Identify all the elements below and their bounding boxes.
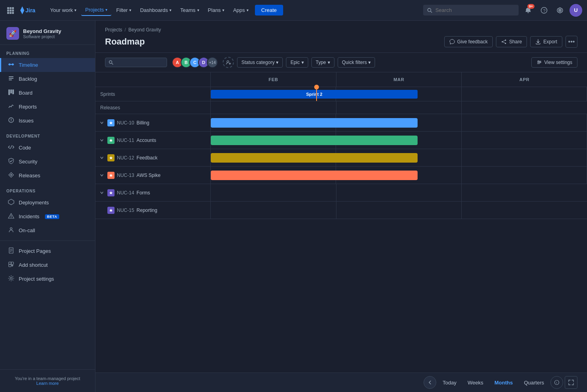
svg-point-44 (10, 278, 12, 279)
epic-row[interactable]: NUC-13AWS Spike (95, 167, 587, 184)
nav-plans[interactable]: Plans ▾ (204, 5, 229, 16)
epic-id: NUC-11 (117, 138, 134, 143)
nav-apps[interactable]: Apps ▾ (229, 5, 253, 16)
sidebar-item-project-pages[interactable]: Project Pages (0, 244, 95, 258)
search-input[interactable] (435, 7, 515, 13)
sidebar-item-timeline[interactable]: Timeline (0, 58, 95, 72)
assign-user-button[interactable] (223, 57, 234, 68)
search-box[interactable] (423, 5, 519, 16)
months-button[interactable]: Months (490, 377, 517, 388)
avatar-group: A B C D +14 (172, 57, 218, 68)
epic-row[interactable]: NUC-12Feedback (95, 149, 587, 167)
nav-your-work[interactable]: Your work ▾ (46, 5, 80, 16)
sidebar-item-issues[interactable]: Issues (0, 114, 95, 128)
notifications-button[interactable]: 9+ (522, 4, 535, 17)
epic-id: NUC-14 (117, 190, 134, 196)
operations-section-label: OPERATIONS (0, 182, 95, 196)
incidents-icon (8, 213, 15, 220)
epic-expand-button[interactable] (99, 207, 105, 213)
sidebar-item-deployments[interactable]: Deployments (0, 196, 95, 210)
epic-gantt-bar[interactable] (211, 136, 418, 145)
nav-filter[interactable]: Filter ▾ (112, 5, 135, 16)
sidebar-item-oncall[interactable]: On-call (0, 223, 95, 237)
svg-point-45 (505, 40, 506, 41)
type-filter[interactable]: Type ▾ (311, 57, 334, 68)
user-avatar[interactable]: U (570, 4, 582, 17)
avatar-overflow-count[interactable]: +14 (207, 57, 218, 68)
chevron-down-icon: ▾ (74, 8, 76, 12)
epic-row[interactable]: NUC-15Reporting (95, 202, 587, 219)
sidebar-item-board[interactable]: Board (0, 86, 95, 100)
more-options-button[interactable]: ••• (566, 36, 577, 48)
sidebar-item-project-settings[interactable]: Project settings (0, 272, 95, 286)
epic-expand-button[interactable] (99, 120, 105, 126)
today-button[interactable]: Today (438, 377, 461, 388)
epic-gantt-bar[interactable] (211, 171, 418, 180)
epic-gantt-bar[interactable] (211, 153, 418, 163)
toolbar-search-input[interactable] (116, 60, 163, 65)
beta-badge: BETA (45, 214, 59, 219)
timeline-icon (8, 61, 15, 69)
svg-text:i: i (556, 381, 557, 384)
epic-expand-button[interactable] (99, 172, 105, 179)
sidebar-item-reports[interactable]: Reports (0, 100, 95, 114)
nav-projects[interactable]: Projects ▾ (81, 4, 111, 16)
view-settings-button[interactable]: View settings (531, 57, 577, 68)
epic-row[interactable]: NUC-11Accounts (95, 132, 587, 149)
column-headers: FEB MAR APR (95, 72, 587, 87)
quick-filters-button[interactable]: Quick filters ▾ (338, 57, 375, 68)
epic-row[interactable]: NUC-10Billing (95, 114, 587, 132)
sprint-bar[interactable]: Sprint 2 (211, 90, 418, 99)
nav-teams[interactable]: Teams ▾ (176, 5, 203, 16)
sidebar-item-code[interactable]: Code (0, 141, 95, 155)
grid-icon[interactable] (5, 5, 16, 16)
fullscreen-button[interactable] (565, 376, 577, 389)
quarters-button[interactable]: Quarters (519, 377, 549, 388)
svg-rect-22 (10, 89, 12, 93)
bottom-bar: Today Weeks Months Quarters i (95, 373, 587, 392)
give-feedback-button[interactable]: Give feedback (444, 36, 493, 47)
planning-section-label: PLANNING (0, 45, 95, 58)
svg-rect-7 (10, 12, 12, 14)
svg-point-59 (539, 62, 540, 63)
jira-logo[interactable]: Jira (17, 6, 41, 15)
header-actions: Give feedback Share Export ••• (444, 36, 577, 48)
sidebar-item-security[interactable]: Security (0, 155, 95, 169)
svg-line-49 (503, 42, 505, 43)
breadcrumb-projects[interactable]: Projects (105, 27, 122, 33)
share-button[interactable]: Share (496, 36, 527, 47)
content-header: Projects / Beyond Gravity Roadmap Give f… (95, 21, 587, 53)
svg-rect-21 (8, 89, 10, 95)
export-button[interactable]: Export (530, 36, 562, 47)
sidebar-item-add-shortcut[interactable]: Add shortcut (0, 258, 95, 272)
nav-dashboards[interactable]: Dashboards ▾ (136, 5, 175, 16)
epic-expand-button[interactable] (99, 155, 105, 161)
sidebar-item-backlog[interactable]: Backlog (0, 72, 95, 86)
svg-point-26 (11, 121, 12, 122)
epic-row[interactable]: NUC-14Forms (95, 184, 587, 202)
help-button[interactable]: ? (538, 4, 550, 17)
status-category-filter[interactable]: Status category ▾ (237, 57, 283, 68)
epic-filter[interactable]: Epic ▾ (286, 57, 308, 68)
view-settings-icon (536, 60, 542, 65)
epic-expand-button[interactable] (99, 190, 105, 196)
svg-rect-4 (10, 10, 12, 12)
sidebar-item-releases[interactable]: Releases (0, 169, 95, 182)
svg-line-29 (11, 160, 12, 162)
toolbar-search[interactable] (105, 58, 167, 67)
project-name: Beyond Gravity (23, 28, 89, 34)
project-header[interactable]: 🚀 Beyond Gravity Software project (0, 21, 95, 45)
weeks-button[interactable]: Weeks (463, 377, 488, 388)
sidebar-item-incidents[interactable]: Incidents BETA (0, 210, 95, 223)
breadcrumb-project-name[interactable]: Beyond Gravity (128, 27, 161, 33)
epic-icon (107, 189, 115, 196)
epic-gantt-bar[interactable] (211, 118, 418, 128)
epic-expand-button[interactable] (99, 137, 105, 144)
info-button[interactable]: i (550, 376, 563, 389)
create-button[interactable]: Create (255, 5, 283, 16)
svg-text:Jira: Jira (25, 7, 35, 14)
settings-button[interactable] (554, 4, 566, 17)
epic-icon (107, 172, 115, 179)
scroll-left-button[interactable] (424, 376, 436, 389)
learn-more-link[interactable]: Learn more (36, 381, 58, 386)
